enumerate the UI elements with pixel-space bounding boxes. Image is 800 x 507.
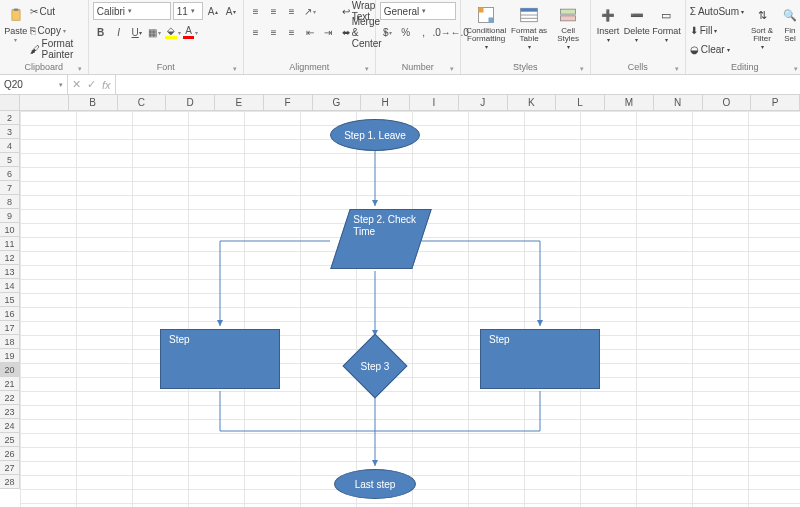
col-header[interactable]: N <box>654 95 703 110</box>
col-header[interactable]: G <box>313 95 362 110</box>
col-header[interactable]: F <box>264 95 313 110</box>
fx-icon[interactable]: fx <box>102 79 111 91</box>
flowchart-process-right[interactable]: Step <box>480 329 600 389</box>
paste-button[interactable]: Paste ▾ <box>4 2 28 45</box>
row-header[interactable]: 26 <box>0 447 19 461</box>
row-header[interactable]: 19 <box>0 349 19 363</box>
enter-formula-icon[interactable]: ✓ <box>87 78 96 91</box>
border-button[interactable]: ▦ <box>147 24 163 40</box>
col-header[interactable]: B <box>69 95 118 110</box>
align-right-button[interactable]: ≡ <box>284 24 300 40</box>
row-header[interactable]: 12 <box>0 251 19 265</box>
row-header[interactable]: 21 <box>0 377 19 391</box>
col-header[interactable]: C <box>118 95 167 110</box>
row-header[interactable]: 25 <box>0 433 19 447</box>
orientation-button[interactable]: ↗ <box>302 3 318 19</box>
underline-button[interactable]: U▾ <box>129 24 145 40</box>
autosum-button[interactable]: ΣAutoSum▾ <box>690 2 744 20</box>
row-header[interactable]: 24 <box>0 419 19 433</box>
row-header[interactable]: 16 <box>0 307 19 321</box>
col-header[interactable]: I <box>410 95 459 110</box>
row-header[interactable]: 11 <box>0 237 19 251</box>
row-header[interactable]: 3 <box>0 125 19 139</box>
formula-input[interactable] <box>116 75 800 94</box>
format-painter-button[interactable]: 🖌Format Painter <box>30 40 84 58</box>
col-header[interactable]: H <box>361 95 410 110</box>
cancel-formula-icon[interactable]: ✕ <box>72 78 81 91</box>
row-header[interactable]: 2 <box>0 111 19 125</box>
flowchart-process-check[interactable]: Step 2. Check Time <box>330 209 431 269</box>
format-as-table-button[interactable]: Format as Table▾ <box>510 2 549 52</box>
row-header[interactable]: 7 <box>0 181 19 195</box>
row-header[interactable]: 9 <box>0 209 19 223</box>
col-header[interactable]: L <box>556 95 605 110</box>
italic-button[interactable]: I <box>111 24 127 40</box>
grow-font-button[interactable]: A▴ <box>205 3 221 19</box>
font-size-select[interactable]: 11▾ <box>173 2 203 20</box>
scissors-icon: ✂ <box>30 6 38 17</box>
font-name-select[interactable]: Calibri▾ <box>93 2 171 20</box>
select-all-corner[interactable] <box>0 95 20 111</box>
copy-button[interactable]: ⎘Copy▾ <box>30 21 84 39</box>
bold-button[interactable]: B <box>93 24 109 40</box>
insert-cells-button[interactable]: ➕Insert▾ <box>595 2 622 45</box>
worksheet[interactable]: BCDEFGHIJKLMNOP 234567891011121314151617… <box>0 95 800 507</box>
row-header[interactable]: 15 <box>0 293 19 307</box>
row-header[interactable]: 13 <box>0 265 19 279</box>
flowchart-process-left[interactable]: Step <box>160 329 280 389</box>
cell-styles-button[interactable]: Cell Styles▾ <box>551 2 586 52</box>
col-header[interactable]: K <box>508 95 557 110</box>
cut-button[interactable]: ✂Cut <box>30 2 84 20</box>
clear-button[interactable]: ◒Clear▾ <box>690 40 744 58</box>
align-middle-button[interactable]: ≡ <box>266 3 282 19</box>
merge-icon: ⬌ <box>342 27 350 38</box>
comma-button[interactable]: , <box>416 24 432 40</box>
row-header[interactable]: 5 <box>0 153 19 167</box>
sort-filter-button[interactable]: ⇅Sort & Filter▾ <box>746 2 778 52</box>
delete-cells-button[interactable]: ➖Delete▾ <box>623 2 650 45</box>
row-header[interactable]: 6 <box>0 167 19 181</box>
number-format-select[interactable]: General▾ <box>380 2 456 20</box>
format-cells-button[interactable]: ▭Format▾ <box>652 2 681 45</box>
row-header[interactable]: 8 <box>0 195 19 209</box>
row-headers[interactable]: 2345678910111213141516171819202122232425… <box>0 111 20 489</box>
col-header[interactable]: J <box>459 95 508 110</box>
col-header[interactable] <box>20 95 69 110</box>
row-header[interactable]: 18 <box>0 335 19 349</box>
flowchart-decision[interactable]: Step 3 <box>342 333 407 398</box>
align-center-button[interactable]: ≡ <box>266 24 282 40</box>
row-header[interactable]: 4 <box>0 139 19 153</box>
col-header[interactable]: E <box>215 95 264 110</box>
fill-color-button[interactable]: ⬙ <box>165 24 181 40</box>
row-header[interactable]: 23 <box>0 405 19 419</box>
cell-grid[interactable]: Step 1. Leave Step 2. Check Time Step 3 … <box>20 111 800 507</box>
row-header[interactable]: 27 <box>0 461 19 475</box>
row-header[interactable]: 28 <box>0 475 19 489</box>
row-header[interactable]: 17 <box>0 321 19 335</box>
indent-dec-button[interactable]: ⇤ <box>302 24 318 40</box>
row-header[interactable]: 14 <box>0 279 19 293</box>
align-top-button[interactable]: ≡ <box>248 3 264 19</box>
col-header[interactable]: M <box>605 95 654 110</box>
column-headers[interactable]: BCDEFGHIJKLMNOP <box>20 95 800 111</box>
row-header[interactable]: 10 <box>0 223 19 237</box>
flowchart-terminator-end[interactable]: Last step <box>334 469 416 499</box>
col-header[interactable]: D <box>166 95 215 110</box>
percent-button[interactable]: % <box>398 24 414 40</box>
fill-button[interactable]: ⬇Fill▾ <box>690 21 744 39</box>
indent-inc-button[interactable]: ⇥ <box>320 24 336 40</box>
align-left-button[interactable]: ≡ <box>248 24 264 40</box>
find-select-button[interactable]: 🔍Fin Sel <box>780 2 800 45</box>
shrink-font-button[interactable]: A▾ <box>223 3 239 19</box>
name-box[interactable]: Q20▾ <box>0 75 68 94</box>
row-header[interactable]: 20 <box>0 363 19 377</box>
align-bottom-button[interactable]: ≡ <box>284 3 300 19</box>
col-header[interactable]: O <box>703 95 752 110</box>
flowchart-terminator-start[interactable]: Step 1. Leave <box>330 119 420 151</box>
inc-decimal-button[interactable]: .0→ <box>434 24 450 40</box>
conditional-formatting-button[interactable]: Conditional Formatting▾ <box>465 2 508 52</box>
font-color-button[interactable]: A <box>183 24 199 40</box>
accounting-button[interactable]: $ <box>380 24 396 40</box>
col-header[interactable]: P <box>751 95 800 110</box>
row-header[interactable]: 22 <box>0 391 19 405</box>
